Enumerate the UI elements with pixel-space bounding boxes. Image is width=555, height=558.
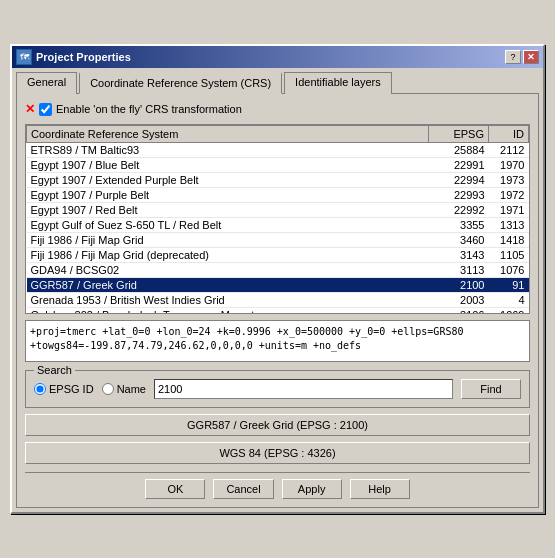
id-cell: 1418 (489, 233, 529, 248)
crs-name-cell: Egypt 1907 / Red Belt (27, 203, 429, 218)
epsg-cell: 3106 (429, 308, 489, 315)
window-body: General Coordinate Reference System (CRS… (12, 68, 543, 512)
table-row[interactable]: ETRS89 / TM Baltic93 25884 2112 (27, 143, 529, 158)
search-input[interactable] (154, 379, 453, 399)
crs-scroll-area[interactable]: Coordinate Reference System EPSG ID ETRS… (26, 125, 529, 314)
crs-enable-label: Enable 'on the fly' CRS transformation (56, 103, 242, 115)
tab-crs-content: ✕ Enable 'on the fly' CRS transformation… (16, 93, 539, 508)
epsg-cell: 22994 (429, 173, 489, 188)
epsg-cell: 3355 (429, 218, 489, 233)
epsg-cell: 3460 (429, 233, 489, 248)
id-cell: 1076 (489, 263, 529, 278)
epsg-radio[interactable] (34, 383, 46, 395)
wgs84-button[interactable]: WGS 84 (EPSG : 4326) (25, 442, 530, 464)
tab-general[interactable]: General (16, 72, 77, 94)
selected-crs-button[interactable]: GGR587 / Greek Grid (EPSG : 2100) (25, 414, 530, 436)
table-row[interactable]: Gulshan 303 / Bangladesh Transverse Merc… (27, 308, 529, 315)
id-cell: 1970 (489, 158, 529, 173)
proj-string-display: +proj=tmerc +lat_0=0 +lon_0=24 +k=0.9996… (25, 320, 530, 362)
id-cell: 1105 (489, 248, 529, 263)
crs-name-cell: Gulshan 303 / Bangladesh Transverse Merc… (27, 308, 429, 315)
apply-button[interactable]: Apply (282, 479, 342, 499)
proj-line1: +proj=tmerc +lat_0=0 +lon_0=24 +k=0.9996… (30, 325, 525, 339)
search-group: Search EPSG ID Name Find (25, 370, 530, 408)
epsg-cell: 25884 (429, 143, 489, 158)
bottom-buttons: OK Cancel Apply Help (25, 472, 530, 499)
search-legend: Search (34, 364, 75, 376)
crs-name-cell: GDA94 / BCSG02 (27, 263, 429, 278)
window-icon: 🗺 (16, 49, 32, 65)
id-cell: 1972 (489, 188, 529, 203)
tab-identifiable-layers[interactable]: Identifiable layers (284, 72, 392, 94)
table-row[interactable]: Fiji 1986 / Fiji Map Grid (deprecated) 3… (27, 248, 529, 263)
title-bar-left: 🗺 Project Properties (16, 49, 131, 65)
help-button[interactable]: Help (350, 479, 410, 499)
crs-name-cell: Egypt 1907 / Extended Purple Belt (27, 173, 429, 188)
name-radio-text: Name (117, 383, 146, 395)
crs-name-cell: ETRS89 / TM Baltic93 (27, 143, 429, 158)
title-bar: 🗺 Project Properties ? ✕ (12, 46, 543, 68)
tab-bar: General Coordinate Reference System (CRS… (16, 72, 539, 94)
epsg-cell: 3143 (429, 248, 489, 263)
checkbox-mark[interactable]: ✕ (25, 102, 35, 116)
crs-name-cell: Fiji 1986 / Fiji Map Grid (27, 233, 429, 248)
table-row[interactable]: Egypt 1907 / Red Belt 22992 1971 (27, 203, 529, 218)
proj-line2: +towgs84=-199.87,74.79,246.62,0,0,0,0 +u… (30, 339, 525, 353)
header-id: ID (489, 126, 529, 143)
crs-enable-row: ✕ Enable 'on the fly' CRS transformation (25, 102, 530, 116)
crs-name-cell: Egypt Gulf of Suez S-650 TL / Red Belt (27, 218, 429, 233)
table-row[interactable]: GGR587 / Greek Grid 2100 91 (27, 278, 529, 293)
table-row[interactable]: Egypt 1907 / Extended Purple Belt 22994 … (27, 173, 529, 188)
find-button[interactable]: Find (461, 379, 521, 399)
table-row[interactable]: GDA94 / BCSG02 3113 1076 (27, 263, 529, 278)
name-radio-label[interactable]: Name (102, 383, 146, 395)
close-title-button[interactable]: ✕ (523, 50, 539, 64)
id-cell: 1313 (489, 218, 529, 233)
ok-button[interactable]: OK (145, 479, 205, 499)
id-cell: 2112 (489, 143, 529, 158)
id-cell: 1971 (489, 203, 529, 218)
tab-crs[interactable]: Coordinate Reference System (CRS) (79, 72, 282, 94)
crs-name-cell: Egypt 1907 / Purple Belt (27, 188, 429, 203)
epsg-cell: 22992 (429, 203, 489, 218)
crs-table: Coordinate Reference System EPSG ID ETRS… (26, 125, 529, 314)
table-row[interactable]: Egypt Gulf of Suez S-650 TL / Red Belt 3… (27, 218, 529, 233)
crs-name-cell: Fiji 1986 / Fiji Map Grid (deprecated) (27, 248, 429, 263)
project-properties-window: 🗺 Project Properties ? ✕ General Coordin… (10, 44, 545, 514)
epsg-cell: 2003 (429, 293, 489, 308)
crs-name-cell: GGR587 / Greek Grid (27, 278, 429, 293)
epsg-radio-text: EPSG ID (49, 383, 94, 395)
table-row[interactable]: Egypt 1907 / Blue Belt 22991 1970 (27, 158, 529, 173)
id-cell: 4 (489, 293, 529, 308)
crs-enable-checkbox[interactable] (39, 103, 52, 116)
title-buttons: ? ✕ (505, 50, 539, 64)
epsg-cell: 22991 (429, 158, 489, 173)
header-crs-name: Coordinate Reference System (27, 126, 429, 143)
search-row: EPSG ID Name Find (34, 379, 521, 399)
id-cell: 91 (489, 278, 529, 293)
table-row[interactable]: Egypt 1907 / Purple Belt 22993 1972 (27, 188, 529, 203)
window-title: Project Properties (36, 51, 131, 63)
epsg-cell: 3113 (429, 263, 489, 278)
table-row[interactable]: Fiji 1986 / Fiji Map Grid 3460 1418 (27, 233, 529, 248)
name-radio[interactable] (102, 383, 114, 395)
help-title-button[interactable]: ? (505, 50, 521, 64)
table-row[interactable]: Grenada 1953 / British West Indies Grid … (27, 293, 529, 308)
epsg-radio-label[interactable]: EPSG ID (34, 383, 94, 395)
id-cell: 1973 (489, 173, 529, 188)
epsg-cell: 2100 (429, 278, 489, 293)
id-cell: 1069 (489, 308, 529, 315)
crs-name-cell: Grenada 1953 / British West Indies Grid (27, 293, 429, 308)
crs-name-cell: Egypt 1907 / Blue Belt (27, 158, 429, 173)
cancel-button[interactable]: Cancel (213, 479, 273, 499)
epsg-cell: 22993 (429, 188, 489, 203)
header-epsg: EPSG (429, 126, 489, 143)
crs-table-container: Coordinate Reference System EPSG ID ETRS… (25, 124, 530, 314)
